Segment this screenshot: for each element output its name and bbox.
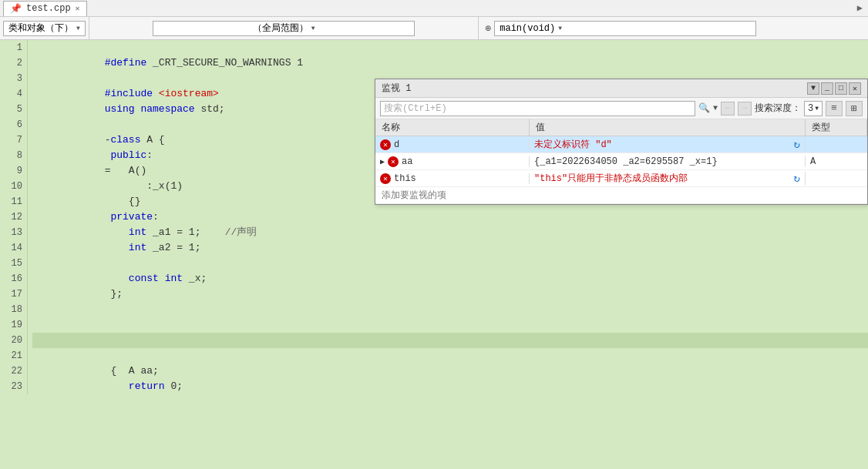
col-value-label: 值 xyxy=(536,121,545,134)
code-line-22: return 0; xyxy=(32,363,868,379)
depth-section: 搜索深度： 3 ▼ xyxy=(755,101,823,116)
watch-maximize-btn[interactable]: □ xyxy=(835,82,847,95)
tab-close-icon[interactable]: ✕ xyxy=(76,4,80,13)
line-num-17: 17 xyxy=(0,286,27,302)
line-num-1: 1 xyxy=(0,40,27,55)
line-num-11: 11 xyxy=(0,194,27,209)
refresh-icon-d[interactable]: ↻ xyxy=(794,138,800,151)
func-dropdown[interactable]: main(void) ▼ xyxy=(494,21,756,36)
watch-close-btn[interactable]: ✕ xyxy=(849,82,861,95)
watch-name-this: this xyxy=(394,173,416,184)
watch-cell-name-d: ✕ d xyxy=(375,139,530,150)
code-line-23: } xyxy=(32,379,868,394)
tab-filename: test.cpp xyxy=(26,3,71,14)
search-dropdown-icon[interactable]: ▼ xyxy=(713,104,718,112)
line-num-8: 8 xyxy=(0,148,27,163)
main-area: 1 2 3 4 5 6 7 8 9 10 11 12 13 14 15 16 1 xyxy=(0,40,868,469)
line-num-9: 9 xyxy=(0,163,27,179)
line-num-23: 23 xyxy=(0,379,27,394)
watch-title-bar: 监视 1 ▼ _ □ ✕ xyxy=(375,79,867,98)
scope-section: （全局范围） ▼ xyxy=(89,17,479,39)
refresh-icon-this[interactable]: ↻ xyxy=(794,172,800,185)
depth-label: 搜索深度： xyxy=(755,102,801,115)
watch-type-aa: A xyxy=(810,156,816,167)
line-num-14: 14 xyxy=(0,240,27,256)
title-bar: 📌 test.cpp ✕ ▶ xyxy=(0,0,868,17)
code-line-19: -int main(void) xyxy=(32,317,868,333)
watch-col-header-name: 名称 xyxy=(375,119,530,136)
line-num-22: 22 xyxy=(0,363,27,379)
line-num-4: 4 xyxy=(0,86,27,102)
watch-cell-value-aa: {_a1=2022634050 _a2=6295587 _x=1} xyxy=(530,156,806,167)
scope-dropdown-label: （全局范围） xyxy=(253,22,308,35)
code-line-13: int _a2 = 1; xyxy=(32,225,868,240)
watch-col-header-type: 类型 xyxy=(806,119,867,136)
watch-title-controls: ▼ _ □ ✕ xyxy=(807,82,861,95)
watch-icon-btn-2[interactable]: ⊞ xyxy=(846,101,863,116)
line-num-2: 2 xyxy=(0,55,27,71)
search-icon: 🔍 xyxy=(698,102,710,114)
line-num-3: 3 xyxy=(0,71,27,86)
line-num-13: 13 xyxy=(0,225,27,240)
line-num-12: 12 xyxy=(0,209,27,225)
line-num-15: 15 xyxy=(0,256,27,271)
watch-minimize-btn[interactable]: _ xyxy=(821,82,833,95)
watch-icon-btn-1[interactable]: ≡ xyxy=(826,101,843,116)
toolbar: 类和对象（下） ▼ （全局范围） ▼ ⊕ main(void) ▼ xyxy=(0,17,868,40)
watch-header: 名称 值 类型 xyxy=(375,119,867,136)
file-tab[interactable]: 📌 test.cpp ✕ xyxy=(3,1,87,16)
watch-value-aa: {_a1=2022634050 _a2=6295587 _x=1} xyxy=(534,156,718,167)
watch-cell-name-this: ✕ this xyxy=(375,173,530,184)
watch-add-label: 添加要监视的项 xyxy=(382,189,446,202)
scroll-right-icon[interactable]: ▶ xyxy=(855,3,865,14)
line-num-18: 18 xyxy=(0,302,27,317)
error-icon-d: ✕ xyxy=(380,139,391,150)
line-num-20: 20 xyxy=(0,333,27,348)
code-line-12: int _a1 = 1; //声明 xyxy=(32,209,868,225)
watch-row-d[interactable]: ✕ d 未定义标识符 "d" ↻ xyxy=(375,136,867,153)
code-line-15: const int _x; xyxy=(32,256,868,271)
line-num-21: 21 xyxy=(0,348,27,363)
code-line-17 xyxy=(32,286,868,302)
watch-cell-value-d: 未定义标识符 "d" ↻ xyxy=(530,138,806,151)
line-num-6: 6 xyxy=(0,117,27,132)
class-dropdown-label: 类和对象（下） xyxy=(8,22,73,35)
watch-add-row[interactable]: 添加要监视的项 xyxy=(375,187,867,204)
watch-name-d: d xyxy=(394,139,399,150)
watch-cell-name-aa: ▶ ✕ aa xyxy=(375,156,530,167)
search-box[interactable]: 搜索(Ctrl+E) xyxy=(380,101,695,116)
line-numbers: 1 2 3 4 5 6 7 8 9 10 11 12 13 14 15 16 1 xyxy=(0,40,28,394)
line-num-5: 5 xyxy=(0,102,27,117)
code-line-21: A aa; xyxy=(32,348,868,363)
overlay-container: 1 2 3 4 5 6 7 8 9 10 11 12 13 14 15 16 1 xyxy=(0,40,868,469)
class-section: 类和对象（下） ▼ xyxy=(0,17,89,39)
watch-row-aa[interactable]: ▶ ✕ aa {_a1=2022634050 _a2=6295587 _x=1}… xyxy=(375,153,867,170)
depth-dropdown-icon[interactable]: ▼ xyxy=(815,105,819,112)
line-num-10: 10 xyxy=(0,179,27,194)
scope-icon: ⊕ xyxy=(485,22,491,35)
watch-value-d: 未定义标识符 "d" xyxy=(534,138,612,151)
watch-row-this[interactable]: ✕ this "this"只能用于非静态成员函数内部 ↻ xyxy=(375,170,867,187)
watch-value-this: "this"只能用于非静态成员函数内部 xyxy=(534,172,688,185)
class-dropdown[interactable]: 类和对象（下） ▼ xyxy=(3,21,86,36)
line-num-19: 19 xyxy=(0,317,27,333)
search-forward-btn[interactable]: → xyxy=(738,102,752,116)
error-icon-this: ✕ xyxy=(380,173,391,184)
depth-box[interactable]: 3 ▼ xyxy=(804,101,823,116)
func-section: ⊕ main(void) ▼ xyxy=(479,17,868,39)
func-dropdown-label: main(void) xyxy=(500,23,555,34)
watch-name-aa: aa xyxy=(402,156,412,167)
scope-dropdown[interactable]: （全局范围） ▼ xyxy=(153,21,415,36)
col-name-label: 名称 xyxy=(382,121,400,134)
watch-cell-value-this: "this"只能用于非静态成员函数内部 ↻ xyxy=(530,172,806,185)
watch-col-header-value: 值 xyxy=(530,119,806,136)
code-line-2 xyxy=(32,55,868,71)
search-back-btn[interactable]: ← xyxy=(721,102,735,116)
expand-arrow-aa[interactable]: ▶ xyxy=(380,157,385,166)
class-dropdown-arrow: ▼ xyxy=(76,25,80,32)
watch-toolbar: 搜索(Ctrl+E) 🔍 ▼ ← → 搜索深度： 3 ▼ ≡ ⊞ xyxy=(375,98,867,119)
code-line-16: }; xyxy=(32,271,868,286)
watch-window: 监视 1 ▼ _ □ ✕ 搜索(Ctrl+E) 🔍 ▼ ← → 搜索深度： xyxy=(375,79,868,205)
watch-dropdown-btn[interactable]: ▼ xyxy=(807,82,819,95)
line-num-16: 16 xyxy=(0,271,27,286)
